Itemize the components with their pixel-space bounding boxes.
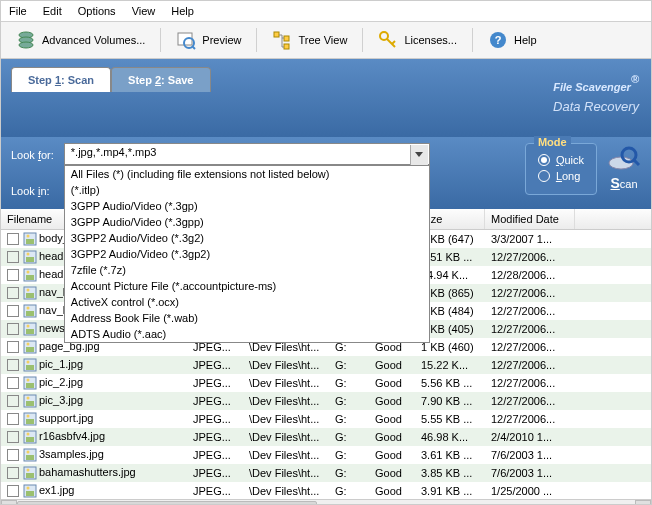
preview-button[interactable]: Preview (167, 26, 250, 54)
row-checkbox[interactable] (7, 305, 19, 317)
cell-status: Good (369, 466, 415, 480)
table-row[interactable]: pic_1.jpgJPEG...\Dev Files\ht...G:Good15… (1, 356, 651, 374)
advanced-volumes-button[interactable]: Advanced Volumes... (7, 26, 154, 54)
svg-rect-27 (26, 293, 34, 298)
scroll-left-button[interactable] (1, 500, 17, 506)
scan-button[interactable]: Scan (607, 143, 641, 191)
cell-size: 7.90 KB ... (415, 394, 485, 408)
look-for-dropdown: All Files (*) (including file extensions… (64, 165, 430, 343)
help-button[interactable]: ? Help (479, 26, 546, 54)
menu-bar: File Edit Options View Help (1, 1, 651, 22)
svg-point-28 (27, 289, 30, 292)
row-checkbox[interactable] (7, 413, 19, 425)
scroll-thumb[interactable] (17, 501, 317, 506)
table-row[interactable]: r16asbfv4.jpgJPEG...\Dev Files\ht...G:Go… (1, 428, 651, 446)
dropdown-item[interactable]: ActiveX control (*.ocx) (65, 294, 429, 310)
scan-icon (607, 143, 641, 173)
table-row[interactable]: bahamashutters.jpgJPEG...\Dev Files\ht..… (1, 464, 651, 482)
cell-type: JPEG... (187, 466, 243, 480)
row-checkbox[interactable] (7, 395, 19, 407)
menu-file[interactable]: File (9, 5, 27, 17)
menu-view[interactable]: View (132, 5, 156, 17)
cell-folder: \Dev Files\ht... (243, 358, 329, 372)
dropdown-item[interactable]: All Files (*) (including file extensions… (65, 166, 429, 182)
dropdown-item[interactable]: (*.itlp) (65, 182, 429, 198)
menu-help[interactable]: Help (171, 5, 194, 17)
table-row[interactable]: support.jpgJPEG...\Dev Files\ht...G:Good… (1, 410, 651, 428)
cell-status: Good (369, 358, 415, 372)
cell-folder: \Dev Files\ht... (243, 466, 329, 480)
dropdown-item[interactable]: 3GPP Audio/Video (*.3gp) (65, 198, 429, 214)
table-row[interactable]: 3samples.jpgJPEG...\Dev Files\ht...G:Goo… (1, 446, 651, 464)
row-checkbox[interactable] (7, 323, 19, 335)
svg-point-9 (380, 32, 388, 40)
cell-filename: 3samples.jpg (39, 448, 104, 460)
tree-icon (272, 30, 292, 50)
cell-folder: \Dev Files\ht... (243, 430, 329, 444)
mode-quick-radio[interactable]: Quick (538, 154, 584, 166)
svg-point-2 (19, 42, 33, 48)
row-checkbox[interactable] (7, 287, 19, 299)
look-for-combo[interactable]: *.jpg,*.mp4,*.mp3 (64, 143, 430, 165)
menu-edit[interactable]: Edit (43, 5, 62, 17)
cell-status: Good (369, 430, 415, 444)
cell-modified: 3/3/2007 1... (485, 232, 575, 246)
cell-filename: r16asbfv4.jpg (39, 430, 105, 442)
mode-group: Mode Quick Long (525, 143, 597, 195)
scroll-right-button[interactable] (635, 500, 651, 506)
dropdown-item[interactable]: 3GPP Audio/Video (*.3gpp) (65, 214, 429, 230)
tab-scan[interactable]: Step 1: Scan (11, 67, 111, 92)
row-checkbox[interactable] (7, 377, 19, 389)
cell-volume: G: (329, 448, 369, 462)
dropdown-item[interactable]: 3GPP2 Audio/Video (*.3g2) (65, 230, 429, 246)
look-in-label: Look in: (11, 185, 54, 197)
cell-modified: 12/27/2006... (485, 358, 575, 372)
image-file-icon (23, 340, 37, 354)
look-for-value: *.jpg,*.mp4,*.mp3 (71, 146, 157, 158)
table-row[interactable]: pic_2.jpgJPEG...\Dev Files\ht...G:Good5.… (1, 374, 651, 392)
row-checkbox[interactable] (7, 251, 19, 263)
col-modified[interactable]: Modified Date (485, 209, 575, 229)
table-row[interactable]: pic_3.jpgJPEG...\Dev Files\ht...G:Good7.… (1, 392, 651, 410)
cell-volume: G: (329, 412, 369, 426)
cell-filename: ex1.jpg (39, 484, 74, 496)
cell-modified: 1/25/2000 ... (485, 484, 575, 498)
licenses-button[interactable]: Licenses... (369, 26, 466, 54)
image-file-icon (23, 250, 37, 264)
row-checkbox[interactable] (7, 341, 19, 353)
cell-modified: 12/27/2006... (485, 304, 575, 318)
dropdown-item[interactable]: ADTS Audio (*.aac) (65, 326, 429, 342)
svg-rect-30 (26, 311, 34, 316)
cell-type: JPEG... (187, 412, 243, 426)
cell-modified: 12/27/2006... (485, 340, 575, 354)
image-file-icon (23, 286, 37, 300)
svg-point-52 (27, 433, 30, 436)
svg-point-37 (27, 343, 30, 346)
mode-long-radio[interactable]: Long (538, 170, 584, 182)
row-checkbox[interactable] (7, 449, 19, 461)
tab-save[interactable]: Step 2: Save (111, 67, 210, 92)
cell-modified: 7/6/2003 1... (485, 448, 575, 462)
row-checkbox[interactable] (7, 485, 19, 497)
menu-options[interactable]: Options (78, 5, 116, 17)
table-row[interactable]: ex1.jpgJPEG...\Dev Files\ht...G:Good3.91… (1, 482, 651, 499)
row-checkbox[interactable] (7, 467, 19, 479)
horizontal-scrollbar[interactable] (1, 499, 651, 505)
cell-modified: 12/27/2006... (485, 394, 575, 408)
dropdown-item[interactable]: Address Book File (*.wab) (65, 310, 429, 326)
dropdown-item[interactable]: Account Picture File (*.accountpicture-m… (65, 278, 429, 294)
dropdown-item[interactable]: 3GPP2 Audio/Video (*.3gp2) (65, 246, 429, 262)
tree-view-button[interactable]: Tree View (263, 26, 356, 54)
row-checkbox[interactable] (7, 431, 19, 443)
row-checkbox[interactable] (7, 269, 19, 281)
cell-volume: G: (329, 358, 369, 372)
svg-point-46 (27, 397, 30, 400)
svg-point-40 (27, 361, 30, 364)
dropdown-item[interactable]: 7zfile (*.7z) (65, 262, 429, 278)
cell-volume: G: (329, 466, 369, 480)
radio-icon (538, 170, 550, 182)
row-checkbox[interactable] (7, 233, 19, 245)
row-checkbox[interactable] (7, 359, 19, 371)
cell-volume: G: (329, 430, 369, 444)
dropdown-toggle[interactable] (410, 145, 428, 165)
